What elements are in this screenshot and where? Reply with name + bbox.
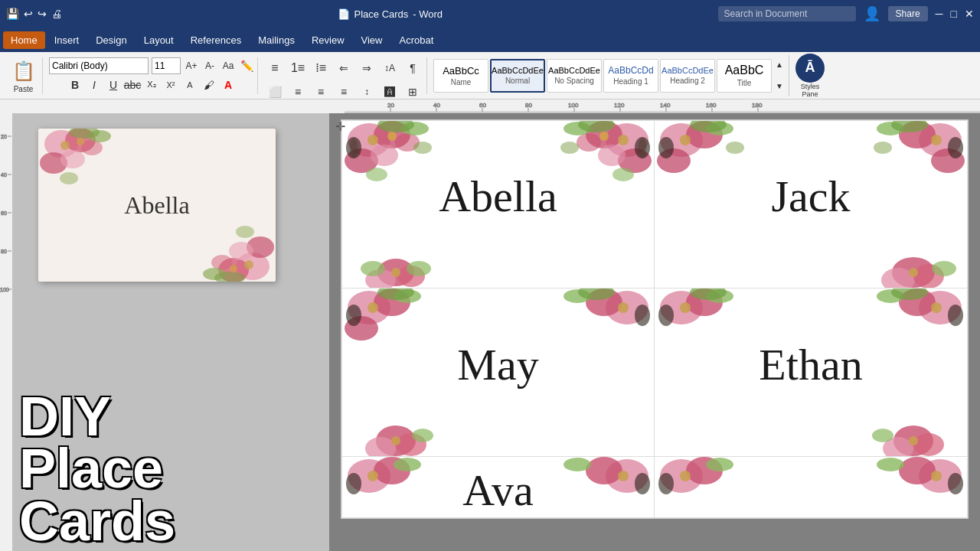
svg-text:60: 60 bbox=[1, 210, 7, 216]
svg-text:60: 60 bbox=[479, 102, 486, 109]
maximize-btn[interactable]: □ bbox=[951, 8, 957, 20]
thumbnail-name: Abella bbox=[38, 191, 276, 220]
indent-btn[interactable]: ⇒ bbox=[356, 57, 377, 79]
svg-point-63 bbox=[350, 138, 358, 158]
svg-point-126 bbox=[680, 302, 691, 313]
user-account-icon[interactable]: 👤 bbox=[864, 5, 880, 22]
align-center-btn[interactable]: ≡ bbox=[287, 81, 309, 103]
font-grow-btn[interactable]: A+ bbox=[184, 58, 199, 73]
svg-text:80: 80 bbox=[1, 249, 7, 254]
svg-point-50 bbox=[230, 265, 237, 272]
vertical-ruler: 20 40 60 80 100 bbox=[0, 113, 12, 551]
svg-text:20: 20 bbox=[387, 102, 394, 109]
card-name-3: May bbox=[342, 338, 654, 390]
bullets-btn[interactable]: ≡ bbox=[264, 57, 286, 79]
font-color-btn[interactable]: A bbox=[181, 77, 198, 93]
styles-pane-label[interactable]: StylesPane bbox=[801, 83, 820, 98]
menu-insert[interactable]: Insert bbox=[47, 31, 87, 49]
show-marks-btn[interactable]: ¶ bbox=[402, 57, 423, 79]
style-heading1[interactable]: AaBbCcDd Heading 1 bbox=[603, 59, 658, 93]
toolbar: 📋 Paste A+ A- Aa ✏️ B I U abc X₂ X² A 🖌 … bbox=[0, 52, 980, 99]
menu-design[interactable]: Design bbox=[88, 31, 134, 49]
quick-access-save[interactable]: 💾 bbox=[6, 8, 19, 20]
font-color2-btn[interactable]: A bbox=[220, 77, 237, 93]
svg-point-109 bbox=[368, 302, 378, 313]
svg-point-110 bbox=[346, 305, 361, 326]
menu-references[interactable]: References bbox=[183, 31, 249, 49]
svg-point-73 bbox=[618, 135, 629, 145]
svg-point-76 bbox=[639, 138, 646, 158]
numbering-btn[interactable]: 1≡ bbox=[287, 57, 309, 79]
menu-view[interactable]: View bbox=[354, 31, 390, 49]
bold-btn[interactable]: B bbox=[67, 77, 83, 93]
svg-point-132 bbox=[931, 302, 942, 313]
svg-text:40: 40 bbox=[1, 172, 7, 178]
quick-access-undo[interactable]: ↩ bbox=[24, 8, 33, 20]
style-heading2[interactable]: AaBbCcDdEe Heading 2 bbox=[660, 59, 715, 93]
cards-grid: Abella bbox=[341, 119, 969, 519]
svg-point-48 bbox=[236, 226, 254, 238]
underline-btn[interactable]: U bbox=[105, 77, 122, 93]
align-left-btn[interactable]: ⬜ bbox=[264, 81, 286, 103]
menu-review[interactable]: Review bbox=[304, 31, 352, 49]
place-card-4[interactable]: Ethan bbox=[655, 289, 968, 457]
styles-down-btn[interactable]: ▼ bbox=[773, 80, 786, 93]
multilevel-btn[interactable]: ⁞≡ bbox=[310, 57, 332, 79]
align-right-btn[interactable]: ≡ bbox=[310, 81, 332, 103]
share-button[interactable]: Share bbox=[888, 6, 928, 21]
menu-layout[interactable]: Layout bbox=[136, 31, 181, 49]
svg-text:40: 40 bbox=[433, 102, 440, 109]
styles-group: AaBbCc Name AaBbCcDdEe Normal AaBbCcDdEe… bbox=[430, 55, 789, 96]
subscript-btn[interactable]: X₂ bbox=[143, 77, 160, 93]
place-card-2[interactable]: Jack bbox=[655, 120, 968, 289]
quick-access-redo[interactable]: ↪ bbox=[38, 8, 47, 20]
close-btn[interactable]: ✕ bbox=[965, 8, 974, 20]
menu-acrobat[interactable]: Acrobat bbox=[391, 31, 441, 49]
style-title[interactable]: AaBbC Title bbox=[717, 59, 772, 93]
place-card-3[interactable]: May bbox=[341, 289, 655, 457]
svg-text:100: 100 bbox=[0, 287, 9, 292]
outdent-btn[interactable]: ⇐ bbox=[333, 57, 354, 79]
place-card-1[interactable]: Abella bbox=[341, 120, 655, 289]
strikethrough-btn[interactable]: abc bbox=[124, 77, 141, 93]
svg-point-67 bbox=[598, 145, 626, 166]
menu-bar: Home Insert Design Layout References Mai… bbox=[0, 28, 980, 52]
clear-format-btn[interactable]: Aa bbox=[220, 58, 236, 73]
styles-up-btn[interactable]: ▲ bbox=[773, 59, 786, 71]
paste-group: 📋 Paste bbox=[5, 57, 43, 94]
style-name[interactable]: AaBbCc Name bbox=[433, 59, 488, 93]
svg-point-59 bbox=[413, 142, 432, 154]
italic-btn[interactable]: I bbox=[86, 77, 103, 93]
superscript-btn[interactable]: X² bbox=[162, 77, 179, 93]
svg-point-137 bbox=[872, 429, 893, 442]
highlight-btn[interactable]: ✏️ bbox=[239, 58, 254, 73]
quick-access-print[interactable]: 🖨 bbox=[51, 8, 62, 20]
place-card-5[interactable]: Ava bbox=[341, 457, 655, 518]
svg-point-90 bbox=[658, 137, 674, 158]
menu-mailings[interactable]: Mailings bbox=[250, 31, 302, 49]
card-name-1: Abella bbox=[342, 171, 654, 222]
diy-overlay: DIY Place Cards bbox=[11, 390, 329, 547]
font-name-input[interactable] bbox=[49, 57, 149, 74]
svg-text:120: 120 bbox=[614, 102, 625, 109]
minimize-btn[interactable]: ─ bbox=[936, 8, 943, 20]
font-shrink-btn[interactable]: A- bbox=[202, 58, 217, 73]
sort-btn[interactable]: ↕A bbox=[379, 57, 400, 79]
svg-point-152 bbox=[680, 471, 691, 481]
svg-point-121 bbox=[391, 436, 400, 445]
paste-button[interactable]: 📋 bbox=[10, 57, 38, 85]
svg-point-155 bbox=[899, 457, 936, 484]
search-input[interactable] bbox=[718, 6, 856, 21]
place-card-6[interactable] bbox=[655, 457, 968, 518]
svg-rect-20 bbox=[0, 113, 12, 551]
svg-point-138 bbox=[909, 436, 918, 445]
move-cursor[interactable]: ✛ bbox=[335, 119, 345, 134]
text-highlight-btn[interactable]: 🖌 bbox=[201, 77, 217, 93]
font-size-input[interactable] bbox=[152, 57, 181, 74]
svg-point-98 bbox=[948, 137, 963, 158]
style-normal[interactable]: AaBbCcDdEe Normal bbox=[490, 59, 545, 93]
menu-home[interactable]: Home bbox=[3, 31, 45, 49]
style-no-spacing[interactable]: AaBbCcDdEe No Spacing bbox=[547, 59, 602, 93]
svg-point-116 bbox=[635, 305, 650, 326]
svg-point-103 bbox=[909, 268, 918, 277]
